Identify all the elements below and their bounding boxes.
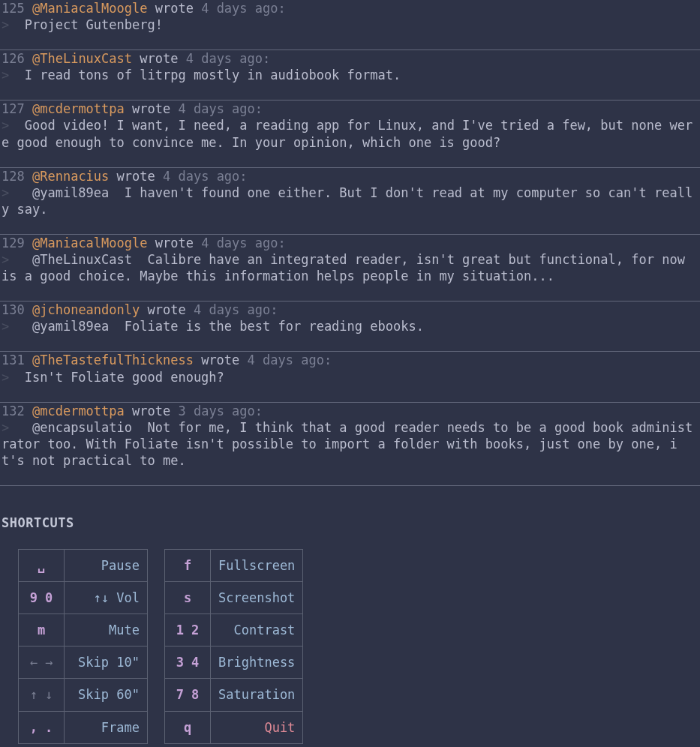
shortcut-row: ← →Skip 10"	[19, 646, 148, 679]
shortcut-desc: Pause	[65, 550, 148, 582]
comment-timestamp: 4 days ago:	[163, 169, 248, 184]
comment-wrote: wrote	[140, 302, 194, 317]
shortcut-row: qQuit	[165, 711, 303, 743]
shortcut-row: mMute	[19, 614, 148, 646]
comment-header: 131 @TheTastefulThickness wrote 4 days a…	[2, 352, 698, 368]
comment-header: 125 @ManiacalMoogle wrote 4 days ago:	[2, 0, 698, 16]
comment-wrote: wrote	[194, 352, 248, 368]
comment-body: > @yamil89ea Foliate is the best for rea…	[2, 318, 698, 334]
comment-body: > @encapsulatio Not for me, I think that…	[2, 419, 698, 469]
comment-body: > @yamil89ea I haven't found one either.…	[2, 184, 698, 218]
shortcut-row: 9 0↑↓ Vol	[19, 582, 148, 614]
comment-number: 128	[2, 169, 25, 184]
comment-number: 126	[2, 51, 25, 66]
shortcut-desc: Brightness	[211, 646, 303, 679]
comment-body: > I read tons of litrpg mostly in audiob…	[2, 67, 698, 83]
shortcuts-table-right: fFullscreensScreenshot1 2Contrast3 4Brig…	[164, 549, 303, 744]
comment: 132 @mcdermottpa wrote 3 days ago:> @enc…	[0, 403, 700, 486]
comment: 128 @Rennacius wrote 4 days ago:> @yamil…	[0, 168, 700, 235]
comment: 125 @ManiacalMoogle wrote 4 days ago:> P…	[0, 0, 700, 50]
comment-wrote: wrote	[132, 51, 186, 66]
comment-number: 127	[2, 101, 25, 116]
shortcut-desc: Contrast	[211, 614, 303, 646]
comment-wrote: wrote	[148, 236, 202, 250]
comment-body: > @TheLinuxCast Calibre have an integrat…	[2, 251, 698, 284]
shortcut-key: f	[165, 550, 211, 582]
shortcut-key: 3 4	[165, 646, 211, 679]
comment-header: 127 @mcdermottpa wrote 4 days ago:	[2, 100, 698, 117]
comment-timestamp: 4 days ago:	[201, 1, 286, 16]
shortcut-row: , .Frame	[19, 711, 148, 743]
comment-wrote: wrote	[125, 101, 179, 116]
shortcut-desc: Screenshot	[211, 582, 303, 614]
shortcut-key: q	[165, 711, 211, 743]
comment-number: 132	[2, 404, 25, 418]
shortcut-row: sScreenshot	[165, 582, 303, 614]
shortcut-desc: Quit	[211, 711, 303, 743]
comment-header: 130 @jchoneandonly wrote 4 days ago:	[2, 302, 698, 318]
comment-timestamp: 4 days ago:	[194, 302, 278, 317]
comment: 127 @mcdermottpa wrote 4 days ago:> Good…	[0, 100, 700, 167]
comment-number: 125	[2, 1, 25, 16]
comment-timestamp: 4 days ago:	[201, 236, 286, 250]
comment-user[interactable]: @mcdermottpa	[32, 101, 125, 116]
shortcut-desc: Frame	[65, 711, 148, 743]
comment: 126 @TheLinuxCast wrote 4 days ago:> I r…	[0, 50, 700, 100]
shortcut-desc: Skip 60"	[65, 679, 148, 711]
shortcut-desc: ↑↓ Vol	[65, 582, 148, 614]
shortcut-key: ␣	[19, 550, 65, 582]
comment: 131 @TheTastefulThickness wrote 4 days a…	[0, 352, 700, 402]
comment-number: 129	[2, 236, 25, 250]
comment: 130 @jchoneandonly wrote 4 days ago:> @y…	[0, 302, 700, 352]
shortcut-key: m	[19, 614, 65, 646]
comment-header: 128 @Rennacius wrote 4 days ago:	[2, 168, 698, 184]
comment-timestamp: 4 days ago:	[248, 352, 332, 368]
comment-body: > Good video! I want, I need, a reading …	[2, 117, 698, 150]
shortcut-row: ↑ ↓Skip 60"	[19, 679, 148, 711]
comment-wrote: wrote	[125, 404, 179, 418]
comment-header: 132 @mcdermottpa wrote 3 days ago:	[2, 403, 698, 419]
comment-wrote: wrote	[109, 169, 163, 184]
comment-header: 126 @TheLinuxCast wrote 4 days ago:	[2, 50, 698, 67]
shortcut-desc: Fullscreen	[211, 550, 303, 582]
comment-body: > Isn't Foliate good enough?	[2, 369, 698, 386]
shortcut-row: fFullscreen	[165, 550, 303, 582]
shortcut-row: ␣Pause	[19, 550, 148, 582]
comment-timestamp: 4 days ago:	[186, 51, 271, 66]
shortcuts-heading: SHORTCUTS	[0, 514, 700, 531]
comment-timestamp: 3 days ago:	[178, 404, 263, 418]
comments-list: 125 @ManiacalMoogle wrote 4 days ago:> P…	[0, 0, 700, 486]
shortcut-key: ← →	[19, 646, 65, 679]
comment-number: 130	[2, 302, 25, 317]
comment-user[interactable]: @TheLinuxCast	[32, 51, 132, 66]
comment-user[interactable]: @jchoneandonly	[32, 302, 140, 317]
shortcut-row: 3 4Brightness	[165, 646, 303, 679]
comment-body: > Project Gutenberg!	[2, 16, 698, 33]
comment: 129 @ManiacalMoogle wrote 4 days ago:> @…	[0, 235, 700, 302]
comment-number: 131	[2, 352, 25, 368]
shortcuts-table-left: ␣Pause9 0↑↓ VolmMute← →Skip 10"↑ ↓Skip 6…	[18, 549, 148, 744]
shortcut-key: s	[165, 582, 211, 614]
comment-wrote: wrote	[148, 1, 202, 16]
comment-timestamp: 4 days ago:	[178, 101, 263, 116]
shortcut-desc: Skip 10"	[65, 646, 148, 679]
comment-user[interactable]: @mcdermottpa	[32, 404, 125, 418]
shortcut-desc: Mute	[65, 614, 148, 646]
shortcuts-tables: ␣Pause9 0↑↓ VolmMute← →Skip 10"↑ ↓Skip 6…	[0, 549, 700, 744]
shortcut-row: 7 8Saturation	[165, 679, 303, 711]
comment-user[interactable]: @TheTastefulThickness	[32, 352, 194, 368]
shortcut-key: 7 8	[165, 679, 211, 711]
comment-user[interactable]: @Rennacius	[32, 169, 109, 184]
shortcut-key: , .	[19, 711, 65, 743]
shortcut-key: 1 2	[165, 614, 211, 646]
shortcut-desc: Saturation	[211, 679, 303, 711]
comment-user[interactable]: @ManiacalMoogle	[32, 236, 148, 250]
comment-user[interactable]: @ManiacalMoogle	[32, 1, 148, 16]
shortcut-key: ↑ ↓	[19, 679, 65, 711]
shortcut-row: 1 2Contrast	[165, 614, 303, 646]
shortcut-key: 9 0	[19, 582, 65, 614]
comment-header: 129 @ManiacalMoogle wrote 4 days ago:	[2, 235, 698, 251]
